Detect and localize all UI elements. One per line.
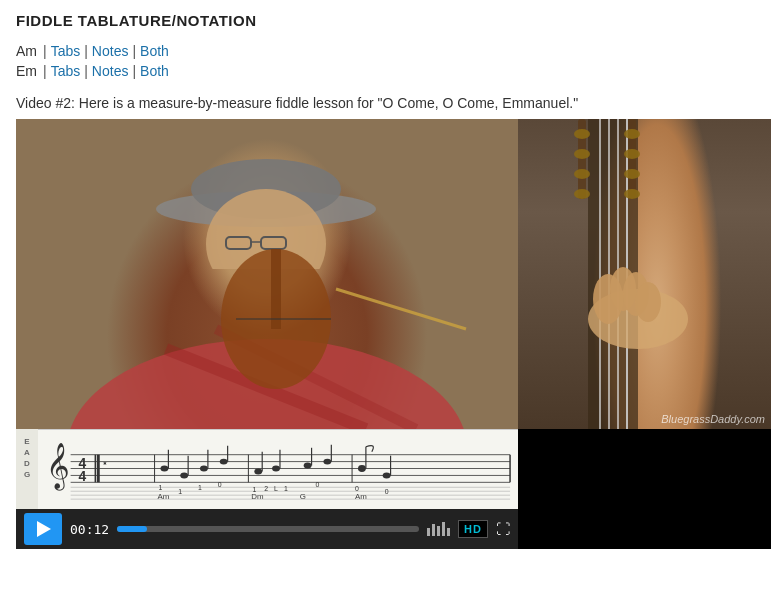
watermark: BluegrassDaddy.com: [661, 413, 765, 425]
svg-point-25: [574, 129, 590, 139]
svg-text:G: G: [300, 492, 306, 501]
string-g: G: [24, 470, 30, 479]
am-both-link[interactable]: Both: [140, 43, 169, 59]
hd-bars-icon: [427, 522, 450, 536]
string-e: E: [24, 437, 29, 446]
svg-point-31: [624, 169, 640, 179]
svg-text:𝄺: 𝄺: [103, 459, 107, 470]
svg-text:1: 1: [198, 484, 202, 491]
svg-point-48: [180, 472, 188, 478]
svg-point-30: [624, 149, 640, 159]
svg-text:Dm: Dm: [251, 492, 264, 501]
svg-text:1: 1: [252, 486, 256, 493]
notation-bar: 𝄞 4 4 𝄺 Am: [38, 429, 518, 509]
svg-point-69: [383, 472, 391, 478]
svg-text:Am: Am: [158, 492, 170, 501]
notation-area: E A D G 𝄞: [16, 429, 518, 509]
progress-bar[interactable]: [117, 526, 419, 532]
em-notes-link[interactable]: Notes: [92, 63, 129, 79]
video-description: Video #2: Here is a measure-by-measure f…: [16, 95, 759, 111]
divider: |: [132, 63, 136, 79]
bar4: [442, 522, 445, 536]
string-labels-panel: E A D G: [16, 429, 38, 509]
play-icon: [37, 521, 51, 537]
divider: |: [84, 63, 88, 79]
svg-point-28: [574, 189, 590, 199]
string-d: D: [24, 459, 30, 468]
fullscreen-button[interactable]: ⛶: [496, 521, 510, 537]
svg-point-22: [635, 282, 661, 322]
svg-text:0: 0: [355, 485, 359, 492]
hd-badge: HD: [458, 520, 488, 538]
svg-text:0: 0: [316, 481, 320, 488]
svg-text:2: 2: [264, 485, 268, 492]
bar5: [447, 528, 450, 536]
chord-row-em: Em | Tabs | Notes | Both: [16, 63, 759, 79]
svg-point-52: [220, 459, 228, 465]
svg-text:1: 1: [178, 488, 182, 495]
svg-line-12: [336, 289, 466, 329]
svg-point-29: [624, 129, 640, 139]
video-left-panel: [16, 119, 518, 429]
play-button[interactable]: [24, 513, 62, 545]
svg-text:0: 0: [385, 488, 389, 495]
svg-point-46: [160, 466, 168, 472]
video-top: BluegrassDaddy.com: [16, 119, 771, 429]
divider: |: [84, 43, 88, 59]
video-wrapper: BluegrassDaddy.com E A D G: [16, 119, 771, 549]
divider: |: [132, 43, 136, 59]
am-tabs-link[interactable]: Tabs: [51, 43, 81, 59]
string-a: A: [24, 448, 30, 457]
svg-point-56: [254, 469, 262, 475]
page-title: FIDDLE TABLATURE/NOTATION: [16, 12, 759, 29]
bar2: [432, 524, 435, 536]
svg-text:0: 0: [218, 481, 222, 488]
svg-point-26: [574, 149, 590, 159]
svg-point-32: [624, 189, 640, 199]
video-right-panel: BluegrassDaddy.com: [518, 119, 771, 429]
svg-point-27: [574, 169, 590, 179]
chord-row-am: Am | Tabs | Notes | Both: [16, 43, 759, 59]
svg-text:Am: Am: [355, 492, 367, 501]
string-labels: E A D G: [24, 437, 30, 479]
svg-text:𝄞: 𝄞: [46, 443, 70, 491]
chord-label-am: Am: [16, 43, 37, 59]
svg-rect-10: [271, 249, 281, 329]
em-both-link[interactable]: Both: [140, 63, 169, 79]
bar1: [427, 528, 430, 536]
svg-point-50: [200, 466, 208, 472]
svg-text:1: 1: [284, 485, 288, 492]
strings-svg: [518, 119, 771, 429]
chord-label-em: Em: [16, 63, 37, 79]
violin-svg: [176, 239, 476, 399]
svg-point-63: [323, 459, 331, 465]
progress-fill: [117, 526, 147, 532]
em-tabs-link[interactable]: Tabs: [51, 63, 81, 79]
notation-svg: 𝄞 4 4 𝄺 Am: [38, 430, 518, 509]
svg-text:1: 1: [159, 484, 163, 491]
svg-point-67: [358, 465, 366, 472]
am-notes-link[interactable]: Notes: [92, 43, 129, 59]
svg-text:L: L: [274, 485, 278, 492]
svg-point-61: [304, 463, 312, 469]
bar3: [437, 526, 440, 536]
time-display: 00:12: [70, 522, 109, 537]
controls-bar: 00:12 HD ⛶: [16, 509, 518, 549]
svg-text:4: 4: [79, 468, 87, 484]
divider: |: [43, 43, 47, 59]
video-container: BluegrassDaddy.com E A D G: [16, 119, 771, 549]
svg-point-58: [272, 466, 280, 472]
divider: |: [43, 63, 47, 79]
